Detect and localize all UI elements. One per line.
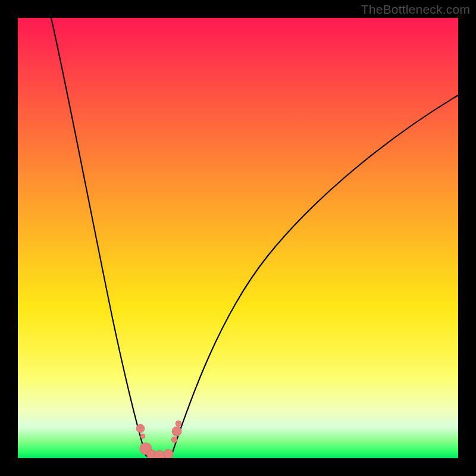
marker-dot <box>176 421 181 427</box>
marker-cluster <box>136 421 181 458</box>
marker-dot <box>164 449 173 458</box>
marker-dot <box>140 434 145 439</box>
plot-area <box>18 18 458 458</box>
watermark-label: TheBottleneck.com <box>361 2 470 17</box>
marker-dot <box>171 437 177 443</box>
curve-left-branch <box>51 18 146 456</box>
marker-dot <box>136 424 145 433</box>
curve-layer <box>18 18 458 458</box>
chart-frame: TheBottleneck.com <box>0 0 476 476</box>
curve-right-branch <box>171 95 458 456</box>
marker-dot <box>172 427 181 436</box>
